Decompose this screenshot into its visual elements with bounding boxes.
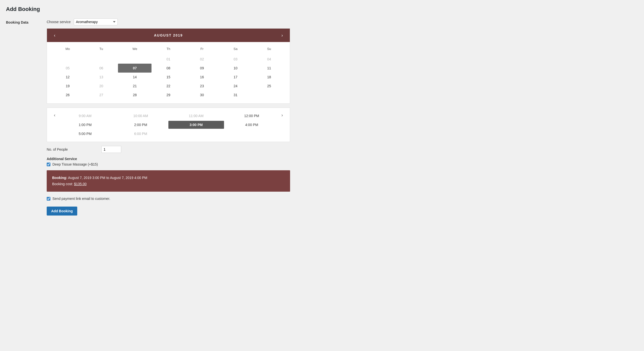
calendar-day bbox=[51, 55, 84, 64]
time-picker: ‹ 9:00 AM10:00 AM11:00 AM12:00 PM1:00 PM… bbox=[47, 108, 290, 142]
calendar-day[interactable]: 02 bbox=[185, 55, 219, 64]
time-slot[interactable]: 3:00 PM bbox=[168, 121, 224, 129]
booking-label: Booking: bbox=[52, 176, 67, 180]
calendar-next-button[interactable]: › bbox=[280, 32, 285, 39]
calendar-day[interactable]: 30 bbox=[185, 91, 219, 99]
calendar-day[interactable]: 26 bbox=[51, 91, 84, 99]
calendar-day[interactable]: 21 bbox=[118, 82, 152, 91]
time-slot[interactable]: 5:00 PM bbox=[57, 130, 113, 138]
calendar-day[interactable]: 17 bbox=[219, 73, 252, 82]
calendar-day[interactable]: 28 bbox=[118, 91, 152, 99]
calendar-day[interactable]: 22 bbox=[152, 82, 185, 91]
service-select[interactable]: AromatherapyDeep Tissue MassageHot Stone… bbox=[74, 19, 118, 25]
calendar-day[interactable]: 29 bbox=[152, 91, 185, 99]
weekday-label: Th bbox=[152, 45, 185, 53]
calendar-day[interactable]: 15 bbox=[152, 73, 185, 82]
time-prev-button[interactable]: ‹ bbox=[52, 112, 57, 118]
time-grid: 9:00 AM10:00 AM11:00 AM12:00 PM1:00 PM2:… bbox=[57, 112, 280, 138]
calendar: ‹ AUGUST 2019 › MoTuWeThFrSaSu 010203040… bbox=[47, 28, 290, 104]
calendar-day[interactable]: 04 bbox=[252, 55, 286, 64]
calendar-weekdays: MoTuWeThFrSaSu bbox=[51, 45, 286, 53]
time-slot[interactable]: 1:00 PM bbox=[57, 121, 113, 129]
add-booking-button[interactable]: Add Booking bbox=[47, 207, 77, 215]
payment-label[interactable]: Send payment link email to customer. bbox=[52, 197, 110, 201]
calendar-day[interactable]: 13 bbox=[84, 73, 118, 82]
cost-label: Booking cost: bbox=[52, 182, 73, 186]
calendar-day[interactable]: 20 bbox=[84, 82, 118, 91]
weekday-label: Su bbox=[252, 45, 286, 53]
calendar-day[interactable]: 08 bbox=[152, 64, 185, 73]
calendar-day[interactable]: 19 bbox=[51, 82, 84, 91]
booking-data-label: Booking Data bbox=[6, 19, 41, 215]
calendar-day bbox=[118, 55, 152, 64]
calendar-day bbox=[252, 91, 286, 99]
calendar-day[interactable]: 31 bbox=[219, 91, 252, 99]
weekday-label: We bbox=[118, 45, 152, 53]
calendar-day[interactable]: 07 bbox=[118, 64, 152, 73]
calendar-day[interactable]: 14 bbox=[118, 73, 152, 82]
calendar-day[interactable]: 12 bbox=[51, 73, 84, 82]
calendar-day[interactable]: 27 bbox=[84, 91, 118, 99]
time-next-button[interactable]: › bbox=[280, 112, 285, 118]
calendar-day[interactable]: 23 bbox=[185, 82, 219, 91]
calendar-day[interactable]: 01 bbox=[152, 55, 185, 64]
no-of-people-input[interactable] bbox=[101, 146, 121, 153]
time-slot: 10:00 AM bbox=[113, 112, 169, 120]
calendar-month-title: AUGUST 2019 bbox=[154, 33, 183, 37]
booking-dates-text: August 7, 2019 3:00 PM to August 7, 2019… bbox=[68, 176, 147, 180]
booking-summary: Booking: August 7, 2019 3:00 PM to Augus… bbox=[47, 170, 290, 192]
no-of-people-label: No. of People bbox=[47, 147, 96, 151]
calendar-days: 0102030405060708091011121314151617181920… bbox=[51, 55, 286, 99]
time-slot: 9:00 AM bbox=[57, 112, 113, 120]
page-title: Add Booking bbox=[6, 6, 638, 13]
weekday-label: Sa bbox=[219, 45, 252, 53]
weekday-label: Fr bbox=[185, 45, 219, 53]
time-slot[interactable]: 12:00 PM bbox=[224, 112, 280, 120]
calendar-day[interactable]: 10 bbox=[219, 64, 252, 73]
calendar-prev-button[interactable]: ‹ bbox=[52, 32, 57, 39]
additional-service-checkbox[interactable] bbox=[47, 163, 50, 166]
time-slot: 6:00 PM bbox=[113, 130, 169, 138]
calendar-day[interactable]: 16 bbox=[185, 73, 219, 82]
cost-value[interactable]: $135.00 bbox=[74, 182, 87, 186]
calendar-day[interactable]: 05 bbox=[51, 64, 84, 73]
calendar-day[interactable]: 25 bbox=[252, 82, 286, 91]
choose-service-label: Choose service bbox=[47, 20, 71, 24]
payment-checkbox[interactable] bbox=[47, 197, 50, 201]
calendar-day[interactable]: 09 bbox=[185, 64, 219, 73]
time-slot: 11:00 AM bbox=[168, 112, 224, 120]
calendar-day[interactable]: 18 bbox=[252, 73, 286, 82]
calendar-day[interactable]: 03 bbox=[219, 55, 252, 64]
additional-service-title: Additional Service bbox=[47, 157, 290, 161]
calendar-day[interactable]: 24 bbox=[219, 82, 252, 91]
time-slot[interactable]: 2:00 PM bbox=[113, 121, 169, 129]
calendar-day bbox=[84, 55, 118, 64]
weekday-label: Tu bbox=[84, 45, 118, 53]
additional-service-label[interactable]: Deep Tissue Massage (+$15) bbox=[52, 162, 98, 166]
calendar-day[interactable]: 11 bbox=[252, 64, 286, 73]
calendar-day[interactable]: 06 bbox=[84, 64, 118, 73]
time-slot[interactable]: 4:00 PM bbox=[224, 121, 280, 129]
weekday-label: Mo bbox=[51, 45, 84, 53]
